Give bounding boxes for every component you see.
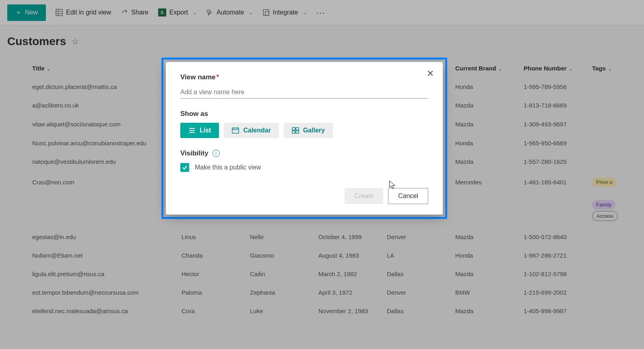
create-view-dialog: ✕ View name* Show as List Calendar (166, 62, 443, 215)
automate-label: Automate (217, 9, 244, 16)
edit-grid-button[interactable]: Edit in grid view (56, 9, 111, 16)
plus-icon: ＋ (15, 8, 22, 17)
tag-pill: Access (592, 211, 618, 221)
cell-value: Chanda (178, 246, 246, 265)
tag-pill: Family (592, 200, 615, 209)
view-name-input[interactable] (180, 86, 428, 99)
export-label: Export (169, 9, 188, 16)
cell-phone: 1-405-998-9987 (520, 302, 588, 320)
cell-value: October 4, 1999 (314, 228, 383, 246)
col-tags[interactable]: Tags⌄ (588, 59, 644, 78)
chevron-down-icon: ⌄ (47, 67, 50, 71)
cell-value: Denver (383, 228, 451, 246)
cell-title: Nullam@Etiam.net (28, 246, 163, 265)
svg-rect-13 (292, 128, 295, 130)
share-button[interactable]: Share (121, 9, 149, 16)
chevron-down-icon: ⌄ (303, 10, 307, 15)
cell-value: Linus (178, 228, 246, 246)
col-title[interactable]: Title⌄ (28, 59, 163, 78)
table-row[interactable]: Nullam@Etiam.netChandaGiacomoAugust 4, 1… (7, 246, 644, 265)
cell-phone (520, 194, 588, 228)
automate-button[interactable]: Automate ⌄ (206, 9, 252, 16)
cell-value: Dallas (383, 265, 451, 283)
chevron-down-icon: ⌄ (193, 10, 196, 15)
cell-tags (588, 265, 644, 283)
cell-title: a@aclibero.co.uk (28, 96, 163, 115)
cell-title: eleifend.nec.malesuada@atrisus.ca (28, 302, 163, 320)
cell-title: eget.dictum.placerat@mattis.ca (28, 78, 163, 96)
cell-tags: FamilyAccess (588, 194, 644, 228)
cell-tags (588, 78, 644, 96)
chevron-down-icon: ⌄ (569, 67, 572, 71)
public-view-label: Make this a public view (195, 164, 261, 171)
table-row[interactable]: est.tempor.bibendum@neccursusa.comPaloma… (7, 283, 644, 302)
cell-value: Giacomo (246, 246, 314, 265)
show-as-calendar[interactable]: Calendar (224, 123, 279, 138)
tag-pill: Price o (592, 178, 616, 187)
cell-value: Dallas (383, 302, 451, 320)
more-actions-button[interactable]: ··· (316, 8, 326, 17)
table-row[interactable]: eleifend.nec.malesuada@atrisus.caCoraLuk… (7, 302, 644, 320)
cell-tags (588, 283, 644, 302)
cell-brand: Mercedes (451, 171, 520, 194)
visibility-label: Visibility (180, 149, 208, 157)
integrate-button[interactable]: Integrate ⌄ (262, 9, 307, 16)
cell-brand: Honda (451, 78, 520, 96)
calendar-label: Calendar (243, 127, 270, 134)
cell-phone: 1-215-699-2002 (520, 283, 588, 302)
col-phone[interactable]: Phone Number⌄ (520, 59, 588, 78)
public-view-checkbox[interactable] (180, 163, 189, 172)
cell-title: Nunc.pulvinar.arcu@conubianostraper.edu (28, 134, 163, 153)
cell-value: Hector (178, 265, 246, 283)
cell-phone: 1-995-789-5956 (520, 78, 588, 96)
svg-rect-0 (56, 9, 62, 16)
info-icon[interactable]: i (213, 150, 220, 157)
new-label: New (25, 9, 38, 16)
show-as-gallery[interactable]: Gallery (284, 123, 333, 138)
svg-rect-14 (296, 128, 299, 130)
cell-brand: BMW (451, 283, 520, 302)
cell-phone: 1-309-493-9697 (520, 115, 588, 134)
command-bar: ＋ New Edit in grid view Share X Export ⌄… (0, 0, 644, 25)
cell-value: Denver (383, 283, 451, 302)
table-row[interactable]: egestas@in.eduLinusNelleOctober 4, 1999D… (7, 228, 644, 246)
cell-tags (588, 115, 644, 134)
show-as-list[interactable]: List (180, 123, 219, 138)
new-button[interactable]: ＋ New (7, 4, 46, 21)
page-title: Customers (7, 35, 66, 48)
gallery-label: Gallery (303, 127, 325, 134)
calendar-icon (232, 127, 239, 134)
col-brand[interactable]: Current Brand⌄ (451, 59, 520, 78)
cell-value: Zephania (246, 283, 314, 302)
cell-phone: 1-102-812-5798 (520, 265, 588, 283)
cell-brand: Honda (451, 246, 520, 265)
edit-grid-label: Edit in grid view (66, 9, 111, 16)
cell-value: Luke (246, 302, 314, 320)
close-button[interactable]: ✕ (427, 68, 434, 79)
favorite-star-icon[interactable]: ☆ (72, 37, 79, 46)
view-name-label: View name* (180, 73, 428, 81)
chevron-down-icon: ⌄ (249, 10, 253, 15)
cell-value: Cora (178, 302, 246, 320)
cell-value: Nelle (246, 228, 314, 246)
cell-title: vitae.aliquet@sociisnatoque.com (28, 115, 163, 134)
check-icon (182, 165, 188, 170)
cell-title: est.tempor.bibendum@neccursusa.com (28, 283, 163, 302)
export-button[interactable]: X Export ⌄ (158, 8, 196, 17)
cell-phone: 1-481-185-6401 (520, 171, 588, 194)
create-button[interactable]: Create (345, 188, 383, 204)
cell-phone: 1-557-280-1625 (520, 153, 588, 171)
svg-rect-9 (232, 128, 239, 133)
cell-title: Cras@non.com (28, 171, 163, 194)
cell-brand (451, 194, 520, 228)
cell-tags (588, 96, 644, 115)
svg-rect-15 (292, 131, 295, 133)
cell-tags (588, 134, 644, 153)
chevron-down-icon: ⌄ (499, 67, 502, 71)
cell-value: November 2, 1983 (314, 302, 383, 320)
cancel-button[interactable]: Cancel (388, 188, 428, 204)
svg-rect-16 (296, 131, 299, 133)
cell-value: Cailin (246, 265, 314, 283)
show-as-label: Show as (180, 110, 428, 118)
table-row[interactable]: ligula.elit.pretium@risus.caHectorCailin… (7, 265, 644, 283)
